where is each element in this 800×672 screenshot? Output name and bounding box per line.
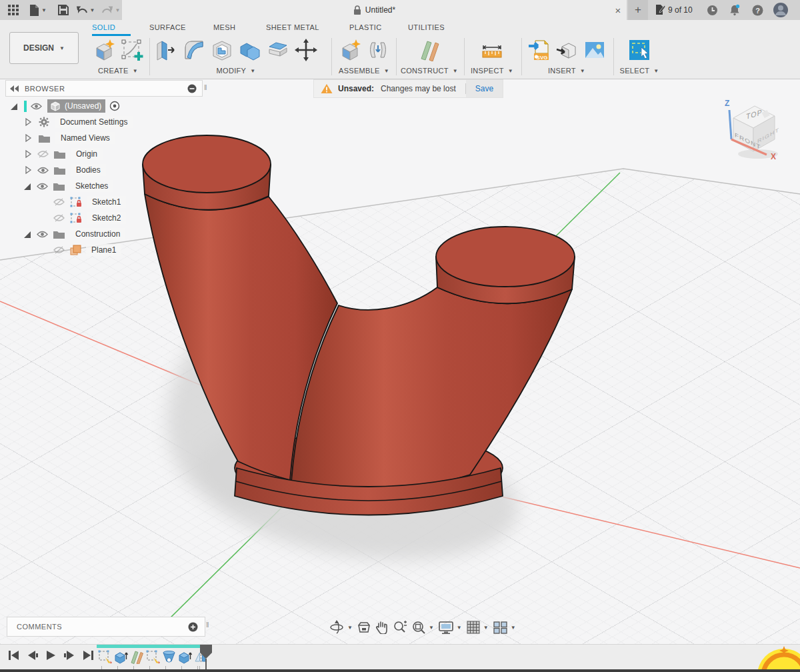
insert-canvas-icon[interactable]	[583, 39, 606, 61]
tab-mesh[interactable]: MESH	[213, 23, 235, 34]
zoom-icon[interactable]	[393, 621, 407, 634]
tree-item-document-settings[interactable]: Document Settings	[24, 115, 133, 129]
add-comment-icon[interactable]	[188, 622, 198, 632]
job-status-clock-icon[interactable]	[704, 0, 720, 20]
group-inspect-label[interactable]: INSPECT	[471, 67, 504, 75]
collapse-browser-icon[interactable]	[10, 85, 19, 92]
timeline-playhead[interactable]	[197, 645, 215, 671]
new-tab-button[interactable]: +	[628, 0, 648, 20]
tab-sheet-metal[interactable]: SHEET METAL	[266, 23, 319, 34]
undo-icon[interactable]: ▼	[75, 0, 96, 20]
insert-svg-icon[interactable]: SVG	[527, 39, 550, 61]
visibility-off-icon[interactable]	[53, 214, 65, 222]
display-settings-icon[interactable]: ▼	[439, 621, 462, 634]
tab-plastic[interactable]: PLASTIC	[349, 23, 382, 34]
visibility-eye-icon[interactable]	[37, 231, 48, 238]
feature-sketch-icon[interactable]	[146, 650, 160, 664]
select-icon[interactable]	[628, 39, 651, 61]
go-to-start-icon[interactable]	[8, 650, 19, 661]
view-cube[interactable]: TOP FRONT RIGHT Z X	[721, 97, 795, 163]
feature-sketch-icon[interactable]	[98, 650, 112, 664]
close-tab-icon[interactable]: ×	[609, 0, 627, 20]
workspace-selector[interactable]: DESIGN ▼	[9, 32, 79, 64]
feature-extrude-icon[interactable]	[114, 650, 128, 664]
look-at-icon[interactable]	[357, 621, 371, 633]
visibility-off-icon[interactable]	[53, 246, 65, 254]
app-grid-icon[interactable]	[5, 0, 21, 20]
tree-item-origin[interactable]: Origin	[24, 147, 103, 161]
go-to-end-icon[interactable]	[83, 650, 94, 661]
thicken-icon[interactable]	[267, 39, 289, 61]
tree-item-named-views[interactable]: Named Views	[24, 131, 115, 145]
save-icon[interactable]	[56, 0, 71, 20]
create-sketch-icon[interactable]	[121, 39, 143, 61]
tree-item-sketch2[interactable]: Sketch2	[53, 211, 126, 225]
expand-arrow-icon[interactable]	[23, 182, 31, 191]
tree-item-bodies[interactable]: Bodies	[24, 163, 106, 177]
insert-mesh-icon[interactable]	[555, 39, 578, 61]
pan-icon[interactable]	[375, 621, 388, 634]
browser-resize-grip[interactable]: ‖	[204, 83, 207, 91]
joint-icon[interactable]	[367, 39, 389, 61]
redo-icon[interactable]: ▼	[100, 0, 121, 20]
activate-radio-icon[interactable]	[109, 101, 120, 111]
tree-item-root[interactable]: (Unsaved)	[9, 99, 120, 113]
group-construct-label[interactable]: CONSTRUCT	[401, 67, 449, 75]
group-assemble-label[interactable]: ASSEMBLE	[339, 67, 380, 75]
modify-caret-icon: ▼	[250, 68, 255, 74]
feature-extrude-icon[interactable]	[178, 650, 192, 664]
group-insert-label[interactable]: INSERT	[548, 67, 576, 75]
group-modify-label[interactable]: MODIFY	[217, 67, 247, 75]
visibility-off-icon[interactable]	[53, 198, 65, 206]
viewports-icon[interactable]: ▼	[493, 621, 516, 634]
tab-solid[interactable]: SOLID	[92, 23, 115, 34]
press-pull-icon[interactable]	[155, 39, 177, 61]
tab-utilities[interactable]: UTILITIES	[408, 23, 445, 34]
account-avatar[interactable]	[771, 0, 791, 20]
visibility-eye-icon[interactable]	[31, 103, 42, 110]
orbit-icon[interactable]: ▼	[329, 620, 353, 635]
new-component-assemble-icon[interactable]	[339, 39, 361, 61]
visibility-eye-icon[interactable]	[37, 183, 48, 190]
feature-loft-icon[interactable]	[162, 650, 176, 664]
expand-arrow-icon[interactable]	[23, 230, 31, 239]
comments-resize-grip[interactable]: ‖	[206, 621, 209, 629]
shell-icon[interactable]	[211, 39, 233, 61]
collapsed-arrow-icon[interactable]	[24, 118, 32, 126]
new-component-icon[interactable]	[93, 39, 115, 61]
tree-item-sketches[interactable]: Sketches	[23, 179, 113, 193]
tree-item-construction[interactable]: Construction	[23, 227, 125, 241]
save-button[interactable]: Save	[466, 80, 503, 97]
comments-panel[interactable]: COMMENTS	[7, 617, 205, 637]
fit-icon[interactable]: ▼	[412, 621, 434, 634]
browser-minimize-icon[interactable]	[187, 84, 197, 93]
group-select-label[interactable]: SELECT	[620, 67, 650, 75]
fillet-icon[interactable]	[183, 39, 205, 61]
tree-item-plane1[interactable]: Plane1	[53, 243, 121, 257]
play-icon[interactable]	[46, 650, 56, 661]
collapsed-arrow-icon[interactable]	[24, 134, 32, 142]
combine-icon[interactable]	[239, 39, 261, 61]
document-tab[interactable]: Untitled*	[122, 0, 627, 20]
help-icon[interactable]: ?	[749, 0, 765, 20]
move-icon[interactable]	[295, 39, 317, 61]
collapsed-arrow-icon[interactable]	[24, 150, 32, 158]
ribbon-divider	[149, 38, 150, 75]
tree-item-sketch1[interactable]: Sketch1	[53, 195, 126, 209]
visibility-off-icon[interactable]	[37, 150, 49, 158]
construct-plane-icon[interactable]	[418, 39, 441, 61]
feature-construction-plane-icon[interactable]	[130, 650, 144, 664]
group-create-label[interactable]: CREATE	[98, 67, 129, 75]
step-back-icon[interactable]	[27, 650, 38, 661]
measure-icon[interactable]	[481, 39, 503, 61]
notifications-bell-icon[interactable]	[727, 0, 743, 20]
taskbar-edge	[0, 669, 800, 672]
file-menu-icon[interactable]: ▼	[27, 0, 49, 20]
visibility-eye-icon[interactable]	[37, 167, 49, 174]
step-forward-icon[interactable]	[64, 650, 75, 661]
document-pager[interactable]: 9 of 10	[655, 0, 693, 20]
grid-settings-icon[interactable]: ▼	[467, 621, 489, 634]
tab-surface[interactable]: SURFACE	[149, 23, 186, 34]
collapsed-arrow-icon[interactable]	[24, 166, 32, 174]
expand-arrow-icon[interactable]	[9, 102, 18, 111]
